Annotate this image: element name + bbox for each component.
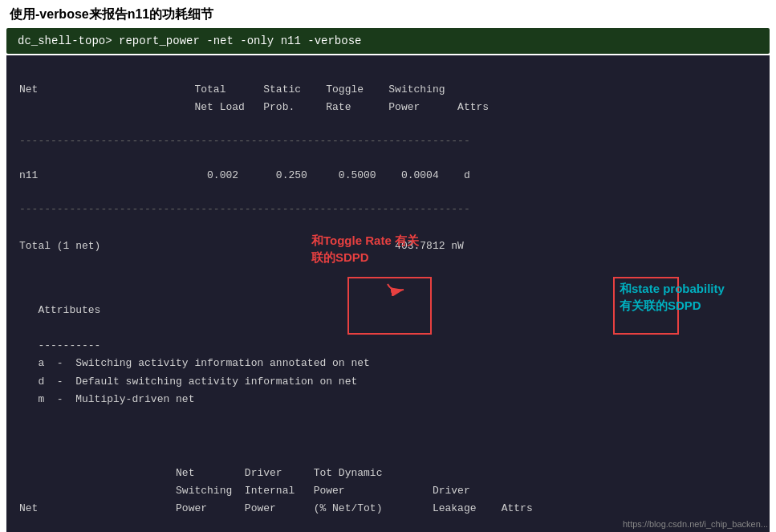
table1-header: Net Total Static Toggle Switching Net Lo…: [19, 63, 757, 134]
table1-row-n11: n11 0.002 0.250 0.5000 0.0004 d: [19, 149, 757, 202]
page-title: 使用-verbose来报告n11的功耗细节: [0, 0, 776, 28]
divider2: ----------------------------------------…: [19, 202, 757, 217]
divider1: ----------------------------------------…: [19, 134, 757, 148]
terminal-block: Net Total Static Toggle Switching Net Lo…: [6, 55, 770, 532]
footer-url: https://blog.csdn.net/i_chip_backen...: [623, 519, 768, 529]
state-sdpd-annotation: 和state probability有关联的SDPD: [620, 280, 768, 314]
annotation-arrow: [311, 232, 424, 296]
command-bar: dc_shell-topo> report_power -net -only n…: [6, 28, 770, 54]
